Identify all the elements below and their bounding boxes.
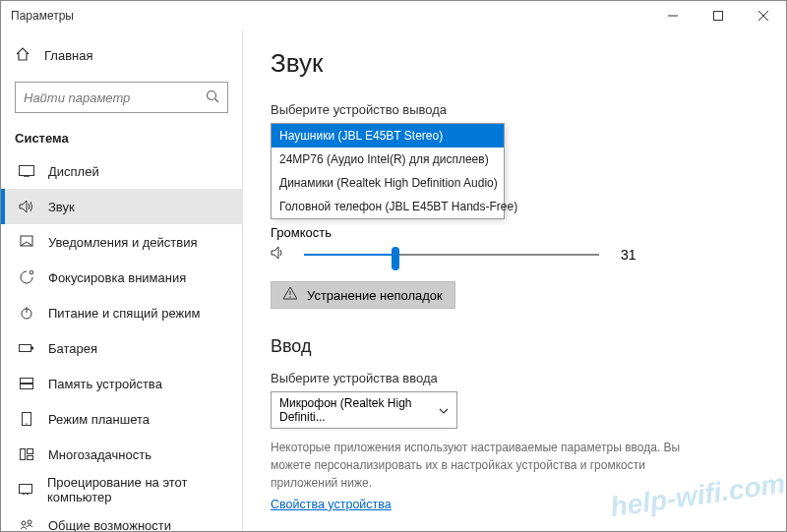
storage-icon	[19, 378, 34, 389]
home-icon	[15, 46, 30, 65]
svg-rect-13	[31, 347, 33, 350]
sidebar-item-power[interactable]: Питание и спящий режим	[1, 295, 242, 330]
close-button[interactable]	[741, 1, 786, 30]
svg-rect-14	[21, 379, 33, 384]
svg-line-5	[215, 98, 219, 102]
battery-icon	[19, 343, 34, 353]
sidebar-item-label: Уведомления и действия	[48, 235, 198, 250]
sidebar-item-label: Главная	[44, 48, 92, 63]
sidebar-item-label: Память устройства	[48, 377, 162, 391]
output-option-3[interactable]: Головной телефон (JBL E45BT Hands-Free)	[272, 195, 504, 218]
sidebar-item-label: Фокусировка внимания	[48, 270, 186, 285]
sidebar-item-label: Проецирование на этот компьютер	[47, 475, 242, 504]
sidebar-item-label: Многозадачность	[48, 447, 151, 462]
tablet-icon	[19, 412, 34, 426]
svg-rect-20	[28, 456, 33, 460]
sidebar-item-label: Звук	[48, 200, 75, 214]
sidebar-item-label: Батарея	[48, 341, 97, 356]
sidebar-item-storage[interactable]: Память устройства	[1, 366, 242, 401]
output-option-2[interactable]: Динамики (Realtek High Definition Audio)	[272, 171, 504, 195]
svg-rect-1	[714, 12, 723, 21]
troubleshoot-button[interactable]: Устранение неполадок	[271, 281, 455, 309]
maximize-button[interactable]	[696, 1, 741, 30]
titlebar: Параметры	[1, 1, 786, 30]
window-title: Параметры	[11, 9, 74, 23]
focus-icon	[19, 270, 34, 284]
search-input[interactable]: Найти параметр	[15, 82, 228, 113]
display-icon	[19, 165, 34, 177]
notifications-icon	[19, 235, 34, 249]
projecting-icon	[19, 484, 33, 496]
speaker-icon	[271, 246, 286, 264]
device-properties-link[interactable]: Свойства устройства	[271, 498, 392, 511]
output-device-listbox[interactable]: Наушники (JBL E45BT Stereo) 24MP76 (Ауди…	[271, 123, 505, 219]
sidebar-item-label: Питание и спящий режим	[48, 306, 200, 321]
sidebar-section-title: Система	[1, 117, 242, 153]
shared-icon	[19, 519, 34, 531]
input-selected-value: Микрофон (Realtek High Definiti...	[279, 396, 439, 424]
power-icon	[19, 306, 34, 320]
output-device-label: Выберите устройство вывода	[271, 102, 758, 117]
multitasking-icon	[19, 448, 34, 460]
sidebar-item-label: Общие возможности	[48, 518, 171, 533]
search-placeholder: Найти параметр	[24, 90, 130, 105]
sidebar-item-tablet[interactable]: Режим планшета	[1, 401, 242, 437]
chevron-down-icon	[439, 403, 449, 417]
input-device-label: Выберите устройства ввода	[271, 371, 758, 385]
svg-point-23	[28, 520, 31, 524]
input-description: Некоторые приложения используют настраив…	[271, 439, 684, 492]
sidebar: Главная Найти параметр Система Дисплей З…	[1, 30, 243, 532]
volume-label: Громкость	[271, 225, 758, 240]
sidebar-item-label: Дисплей	[48, 164, 99, 179]
sidebar-item-notifications[interactable]: Уведомления и действия	[1, 224, 242, 260]
svg-rect-6	[20, 166, 34, 176]
sidebar-item-multitasking[interactable]: Многозадачность	[1, 437, 242, 472]
volume-slider[interactable]	[304, 254, 599, 256]
svg-point-4	[208, 90, 216, 99]
sidebar-item-projecting[interactable]: Проецирование на этот компьютер	[1, 472, 242, 507]
sidebar-item-battery[interactable]: Батарея	[1, 330, 242, 366]
sidebar-item-shared[interactable]: Общие возможности	[1, 507, 242, 532]
sidebar-item-sound[interactable]: Звук	[1, 189, 242, 224]
sound-icon	[19, 200, 34, 213]
svg-rect-19	[28, 449, 33, 454]
sidebar-item-label: Режим планшета	[48, 412, 150, 427]
sidebar-item-focus[interactable]: Фокусировка внимания	[1, 260, 242, 295]
svg-point-17	[26, 423, 27, 424]
output-option-0[interactable]: Наушники (JBL E45BT Stereo)	[272, 124, 504, 148]
input-device-dropdown[interactable]: Микрофон (Realtek High Definiti...	[271, 391, 457, 429]
svg-point-22	[22, 521, 26, 525]
search-icon	[206, 89, 219, 106]
sidebar-item-home[interactable]: Главная	[1, 36, 242, 74]
sidebar-item-display[interactable]: Дисплей	[1, 153, 242, 189]
svg-rect-21	[20, 485, 32, 494]
volume-value: 31	[621, 247, 636, 263]
svg-point-9	[30, 270, 33, 274]
troubleshoot-label: Устранение неполадок	[307, 288, 443, 303]
page-title: Звук	[271, 48, 758, 79]
output-option-1[interactable]: 24MP76 (Аудио Intel(R) для дисплеев)	[272, 148, 504, 171]
svg-rect-12	[20, 345, 31, 352]
warning-icon	[283, 287, 297, 303]
input-heading: Ввод	[271, 336, 758, 357]
svg-point-25	[289, 296, 290, 297]
svg-rect-15	[21, 384, 33, 389]
minimize-button[interactable]	[650, 1, 696, 30]
svg-rect-18	[21, 449, 26, 460]
content-area: Звук Выберите устройство вывода Наушники…	[243, 30, 786, 531]
